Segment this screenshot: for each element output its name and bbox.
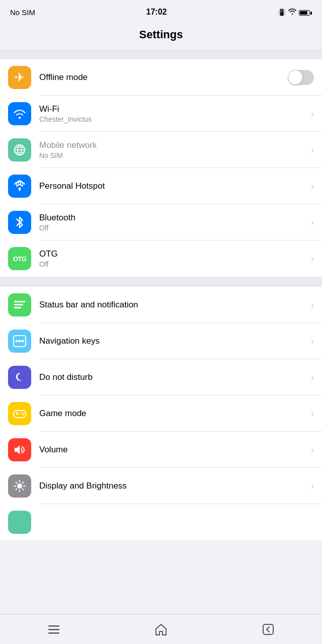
otg-chevron: › — [311, 254, 314, 264]
menu-icon — [47, 624, 60, 635]
navkeys-title: Navigation keys — [39, 336, 307, 346]
status-bar-icon-wrap — [8, 293, 31, 316]
hotspot-content: Personal Hotspot — [39, 181, 307, 191]
toggle-knob — [288, 70, 302, 85]
svg-point-14 — [22, 413, 23, 414]
svg-line-23 — [23, 482, 24, 483]
setting-row-personal-hotspot[interactable]: Personal Hotspot › — [0, 168, 322, 204]
mobile-network-title: Mobile network — [39, 140, 307, 150]
setting-row-status-bar[interactable]: Status bar and notification › — [0, 287, 322, 323]
svg-rect-4 — [14, 301, 25, 302]
navkeys-chevron: › — [311, 336, 314, 347]
setting-row-game-mode[interactable]: Game mode › — [0, 395, 322, 432]
mobile-network-chevron: › — [311, 145, 314, 155]
bluetooth-title: Bluetooth — [39, 213, 307, 223]
wifi-icon — [13, 108, 26, 119]
setting-row-navigation-keys[interactable]: Navigation keys › — [0, 323, 322, 359]
system-group: Status bar and notification › Navigation… — [0, 287, 322, 540]
game-icon-wrap — [8, 402, 31, 425]
offline-mode-toggle[interactable] — [288, 70, 314, 85]
navkeys-icon — [13, 335, 27, 348]
game-chevron: › — [311, 409, 314, 419]
svg-rect-28 — [263, 624, 273, 634]
svg-point-3 — [19, 182, 21, 185]
svg-point-0 — [19, 117, 21, 119]
otg-subtitle: Off — [39, 260, 307, 268]
sun-icon — [13, 479, 27, 493]
setting-row-bluetooth[interactable]: Bluetooth Off › — [0, 204, 322, 240]
display-content: Display and Brightness — [39, 481, 307, 491]
status-bar-chevron: › — [311, 300, 314, 310]
mobile-network-subtitle: No SIM — [39, 151, 307, 159]
clock: 17:02 — [146, 8, 167, 17]
svg-point-15 — [23, 414, 25, 416]
battery-icon — [299, 8, 312, 17]
otg-content: OTG Off — [39, 249, 307, 268]
status-icons: 📳 — [278, 8, 312, 17]
bluetooth-chevron: › — [311, 217, 314, 228]
svg-point-8 — [16, 340, 18, 343]
navkeys-icon-wrap — [8, 330, 31, 353]
game-content: Game mode — [39, 409, 307, 419]
setting-row-display-brightness[interactable]: Display and Brightness › — [0, 468, 322, 504]
back-icon — [262, 623, 275, 636]
bluetooth-subtitle: Off — [39, 224, 307, 232]
setting-row-partial[interactable] — [0, 504, 322, 540]
svg-line-21 — [16, 482, 17, 483]
wifi-status-icon — [288, 8, 296, 16]
home-icon — [154, 623, 168, 636]
bluetooth-icon — [14, 216, 25, 229]
connectivity-group: ✈ Offline mode Wi-Fi Chester_Invictus — [0, 59, 322, 277]
otg-title: OTG — [39, 249, 307, 259]
setting-row-volume[interactable]: Volume › — [0, 432, 322, 468]
display-icon-wrap — [8, 474, 31, 498]
svg-rect-6 — [14, 307, 21, 308]
hotspot-icon-wrap — [8, 175, 31, 198]
setting-row-mobile-network[interactable]: Mobile network No SIM › — [0, 132, 322, 168]
svg-point-9 — [19, 340, 21, 343]
setting-row-do-not-disturb[interactable]: Do not disturb › — [0, 359, 322, 395]
mobile-network-content: Mobile network No SIM — [39, 140, 307, 159]
settings-content: ✈ Offline mode Wi-Fi Chester_Invictus — [0, 49, 322, 576]
svg-line-24 — [16, 489, 17, 490]
hotspot-title: Personal Hotspot — [39, 181, 307, 191]
wifi-title: Wi-Fi — [39, 104, 307, 114]
setting-row-wifi[interactable]: Wi-Fi Chester_Invictus › — [0, 96, 322, 132]
svg-rect-27 — [48, 632, 59, 634]
svg-rect-5 — [14, 304, 23, 305]
wifi-chevron: › — [311, 109, 314, 119]
setting-row-otg[interactable]: OTG OTG Off › — [0, 240, 322, 277]
hotspot-chevron: › — [311, 181, 314, 192]
setting-row-offline-mode[interactable]: ✈ Offline mode — [0, 59, 322, 96]
nav-back-button[interactable] — [215, 614, 322, 644]
section-gap-mid — [0, 277, 322, 287]
vibrate-icon: 📳 — [278, 9, 286, 16]
globe-icon — [13, 143, 26, 156]
dnd-title: Do not disturb — [39, 372, 307, 382]
volume-content: Volume — [39, 445, 307, 455]
mobile-network-icon-wrap — [8, 138, 31, 162]
status-bar-title: Status bar and notification — [39, 300, 307, 310]
offline-mode-content: Offline mode — [39, 72, 284, 83]
sim-status: No SIM — [10, 8, 35, 17]
statusbar-icon — [13, 298, 27, 311]
dnd-content: Do not disturb — [39, 372, 307, 382]
nav-menu-button[interactable] — [0, 614, 107, 644]
volume-icon — [13, 443, 26, 456]
moon-icon — [13, 371, 26, 384]
volume-chevron: › — [311, 445, 314, 455]
otg-icon-wrap: OTG — [8, 247, 31, 270]
nav-home-button[interactable] — [107, 614, 214, 644]
wifi-icon-wrap — [8, 102, 31, 125]
volume-title: Volume — [39, 445, 307, 455]
dnd-icon-wrap — [8, 366, 31, 389]
otg-icon: OTG — [13, 255, 27, 263]
offline-mode-title: Offline mode — [39, 72, 284, 83]
bluetooth-content: Bluetooth Off — [39, 213, 307, 232]
hotspot-icon — [13, 180, 27, 193]
dnd-chevron: › — [311, 372, 314, 383]
svg-point-16 — [17, 484, 22, 489]
wifi-content: Wi-Fi Chester_Invictus — [39, 104, 307, 123]
game-title: Game mode — [39, 409, 307, 419]
wifi-subtitle: Chester_Invictus — [39, 115, 307, 123]
